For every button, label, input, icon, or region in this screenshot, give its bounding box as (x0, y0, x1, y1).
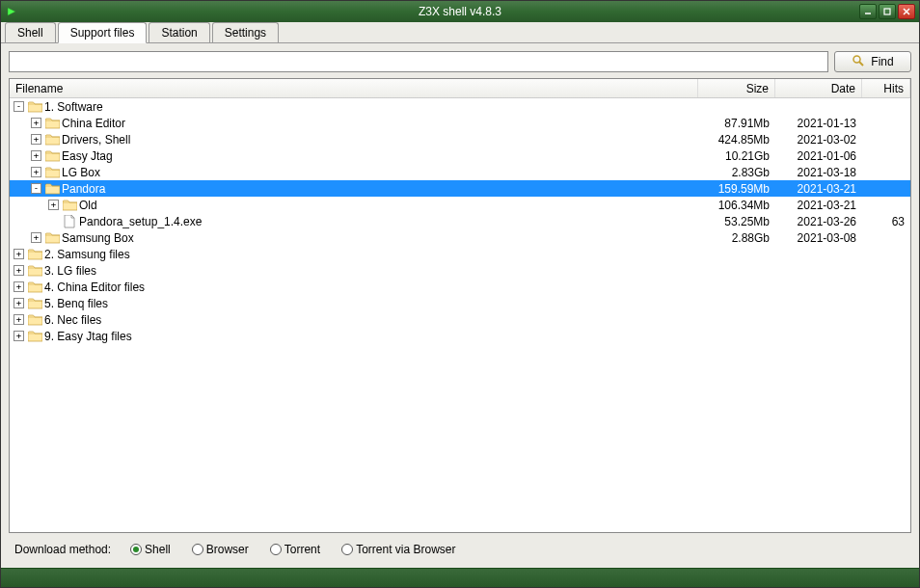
radio-torrent-via-browser[interactable]: Torrent via Browser (341, 543, 455, 556)
radio-browser[interactable]: Browser (192, 543, 249, 556)
tree-row[interactable]: +Samsung Box2.88Gb2021-03-08 (10, 229, 910, 246)
item-name: China Editor (62, 117, 125, 130)
item-name: Samsung Box (62, 231, 134, 245)
expand-icon[interactable]: + (31, 134, 41, 145)
item-date: 2021-03-08 (775, 231, 862, 245)
minimize-button[interactable] (859, 4, 877, 19)
item-date: 2021-03-02 (775, 133, 862, 147)
item-size: 2.83Gb (698, 166, 775, 179)
folder-icon (44, 231, 60, 245)
tab-support-files[interactable]: Support files (58, 22, 148, 43)
folder-icon (44, 133, 60, 147)
file-tree: Filename Size Date Hits -1. Software+Chi… (9, 78, 911, 533)
col-date[interactable]: Date (775, 79, 862, 97)
window-title: Z3X shell v4.8.3 (419, 5, 501, 18)
item-date: 2021-03-18 (775, 166, 862, 179)
tree-row[interactable]: +4. China Editor files (10, 279, 910, 295)
expand-icon[interactable]: + (31, 150, 41, 161)
folder-icon (44, 182, 60, 196)
tree-row[interactable]: +2. Samsung files (10, 246, 910, 262)
search-icon (852, 54, 865, 70)
col-size[interactable]: Size (698, 79, 775, 97)
find-label: Find (871, 55, 893, 68)
item-size: 2.88Gb (698, 231, 775, 245)
item-name: 3. LG files (44, 264, 96, 278)
item-name: 6. Nec files (44, 313, 101, 327)
col-filename[interactable]: Filename (10, 79, 698, 97)
tree-row[interactable]: +6. Nec files (10, 311, 910, 328)
folder-icon (27, 264, 42, 278)
expand-icon[interactable]: + (14, 281, 24, 292)
titlebar[interactable]: Z3X shell v4.8.3 (1, 1, 919, 22)
expand-icon[interactable]: + (14, 331, 24, 341)
tree-row[interactable]: -Pandora159.59Mb2021-03-21 (10, 180, 910, 197)
find-button[interactable]: Find (834, 51, 911, 72)
folder-icon (27, 100, 42, 114)
expand-icon[interactable]: + (31, 118, 41, 128)
item-name: LG Box (62, 166, 100, 179)
tree-row[interactable]: +Drivers, Shell424.85Mb2021-03-02 (10, 131, 910, 147)
tree-row[interactable]: +5. Benq files (10, 295, 910, 311)
expand-icon[interactable]: + (48, 200, 59, 210)
folder-icon (27, 281, 42, 294)
expand-icon[interactable]: + (14, 314, 24, 325)
radio-label: Torrent (284, 543, 320, 556)
close-button[interactable] (898, 4, 915, 19)
item-size: 53.25Mb (698, 215, 775, 228)
expand-icon[interactable]: + (14, 298, 24, 308)
item-date: 2021-03-21 (775, 182, 862, 196)
svg-rect-2 (884, 9, 890, 14)
radio-shell[interactable]: Shell (130, 543, 171, 556)
item-size: 10.21Gb (698, 149, 775, 163)
item-name: Easy Jtag (62, 149, 113, 163)
expand-icon[interactable]: + (14, 265, 24, 276)
item-name: Pandora (62, 182, 105, 196)
tree-row[interactable]: +Old106.34Mb2021-03-21 (10, 197, 910, 213)
tree-row[interactable]: Pandora_setup_1.4.exe53.25Mb2021-03-2663 (10, 213, 910, 229)
item-date: 2021-01-06 (775, 149, 862, 163)
collapse-icon[interactable]: - (14, 101, 24, 112)
item-size: 159.59Mb (698, 182, 775, 196)
tab-station[interactable]: Station (149, 22, 209, 42)
footer: Download method: ShellBrowserTorrentTorr… (9, 539, 911, 560)
tree-row[interactable]: +China Editor87.91Mb2021-01-13 (10, 115, 910, 131)
radio-icon (192, 544, 203, 555)
radio-label: Shell (145, 543, 171, 556)
search-input[interactable] (9, 51, 828, 72)
folder-icon (27, 330, 42, 343)
tree-header: Filename Size Date Hits (10, 79, 910, 98)
tab-settings[interactable]: Settings (212, 22, 279, 42)
tab-bar: Shell Support files Station Settings (1, 22, 919, 43)
tree-row[interactable]: +LG Box2.83Gb2021-03-18 (10, 164, 910, 180)
item-size: 424.85Mb (698, 133, 775, 147)
item-name: 4. China Editor files (44, 281, 145, 294)
tree-row[interactable]: +Easy Jtag10.21Gb2021-01-06 (10, 147, 910, 164)
tree-row[interactable]: +3. LG files (10, 262, 910, 279)
item-name: Drivers, Shell (62, 133, 130, 147)
collapse-icon[interactable]: - (31, 183, 41, 194)
radio-icon (270, 544, 282, 555)
expand-icon[interactable]: + (14, 249, 24, 259)
radio-torrent[interactable]: Torrent (270, 543, 320, 556)
tree-row[interactable]: -1. Software (10, 98, 910, 115)
item-size: 106.34Mb (698, 199, 775, 212)
tree-row[interactable]: +9. Easy Jtag files (10, 328, 910, 344)
radio-icon (341, 544, 353, 555)
tree-body[interactable]: -1. Software+China Editor87.91Mb2021-01-… (10, 98, 910, 532)
svg-marker-0 (8, 8, 15, 15)
maximize-button[interactable] (879, 4, 896, 19)
item-hits: 63 (862, 215, 910, 228)
tab-shell[interactable]: Shell (5, 22, 56, 42)
radio-label: Torrent via Browser (356, 543, 455, 556)
item-name: 2. Samsung files (44, 248, 130, 261)
folder-icon (27, 313, 42, 327)
app-icon (3, 7, 20, 16)
folder-icon (44, 166, 60, 179)
item-name: Pandora_setup_1.4.exe (79, 215, 202, 228)
item-name: 5. Benq files (44, 297, 108, 310)
app-window: Z3X shell v4.8.3 Shell Support files Sta… (0, 0, 920, 588)
expand-icon[interactable]: + (31, 167, 41, 177)
expand-icon[interactable]: + (31, 232, 41, 243)
col-hits[interactable]: Hits (862, 79, 910, 97)
radio-icon (130, 544, 142, 555)
